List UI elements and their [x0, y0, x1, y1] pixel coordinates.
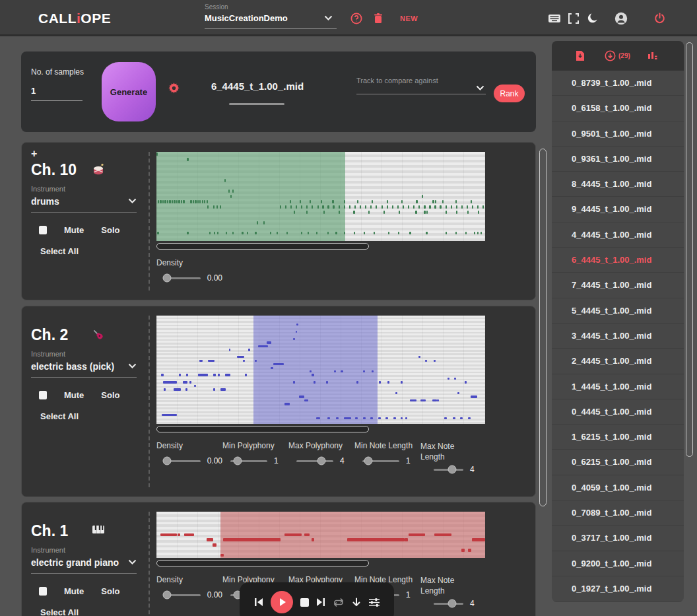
midi-note	[225, 374, 230, 376]
file-list-item[interactable]: 7_4445_t_1.00_.mid	[552, 273, 684, 298]
midi-note	[410, 399, 416, 401]
roll-scrollbar[interactable]	[156, 243, 369, 250]
midi-note	[294, 211, 295, 214]
compare-track-placeholder: Track to compare against	[356, 77, 486, 94]
roll-scrollbar[interactable]	[156, 560, 369, 566]
solo-button[interactable]: Solo	[101, 225, 119, 235]
stats-button[interactable]	[647, 51, 657, 61]
slider-thumb[interactable]	[317, 457, 326, 465]
new-session-button[interactable]: NEW	[400, 15, 418, 22]
solo-button[interactable]: Solo	[101, 390, 119, 400]
piano-roll[interactable]	[156, 512, 485, 558]
file-list-item[interactable]: 0_9501_t_1.00_.mid	[552, 121, 684, 147]
slider-thumb[interactable]	[162, 457, 171, 465]
main-scrollbar[interactable]	[539, 149, 547, 506]
add-channel-button[interactable]: +	[31, 149, 147, 160]
instrument-value: electric grand piano	[31, 557, 119, 568]
keyboard-toggle-button[interactable]	[548, 14, 561, 26]
mixer-button[interactable]	[368, 598, 380, 607]
file-list-item[interactable]: 1_4445_t_1.00_.mid	[552, 374, 684, 399]
session-select[interactable]: Session MusicCreationDemo	[205, 3, 337, 29]
download-track-button[interactable]	[352, 598, 361, 607]
file-list-item[interactable]: 9_4445_t_1.00_.mid	[552, 197, 684, 222]
slider-track[interactable]	[362, 460, 399, 462]
keyboard-icon	[548, 14, 561, 23]
slider-track[interactable]	[164, 460, 201, 462]
piano-roll[interactable]	[156, 316, 485, 424]
export-file-button[interactable]	[576, 50, 585, 61]
solo-button[interactable]: Solo	[101, 586, 119, 596]
slider-track[interactable]	[164, 277, 201, 279]
dark-mode-toggle[interactable]	[587, 13, 599, 26]
midi-note	[187, 158, 188, 161]
file-list-item[interactable]: 0_1927_t_1.00_.mid	[552, 576, 684, 601]
file-list-item[interactable]: 0_6215_t_1.00_.mid	[552, 450, 684, 475]
slider-track[interactable]	[434, 469, 463, 471]
generate-button[interactable]: Generate	[102, 62, 156, 121]
skip-to-start-button[interactable]	[254, 598, 263, 607]
play-button[interactable]	[271, 591, 293, 613]
help-button[interactable]	[350, 13, 362, 27]
skip-to-end-button[interactable]	[316, 598, 325, 607]
slider-thumb[interactable]	[234, 457, 242, 465]
generate-settings-button[interactable]	[168, 82, 180, 94]
rank-button[interactable]: Rank	[494, 85, 525, 102]
file-list-item[interactable]: 0_7089_t_1.00_.mid	[552, 500, 684, 526]
slider-track[interactable]	[296, 460, 333, 462]
file-list-item[interactable]: 0_9361_t_1.00_.mid	[552, 147, 684, 172]
slider-track[interactable]	[230, 460, 267, 462]
sidebar-scrollbar[interactable]	[686, 42, 693, 457]
midi-note	[344, 200, 345, 203]
slider-thumb[interactable]	[448, 465, 456, 474]
file-list-item[interactable]: 4_4445_t_1.00_.mid	[552, 222, 684, 248]
select-all-button[interactable]: Select All	[40, 607, 147, 616]
fullscreen-button[interactable]	[568, 13, 579, 26]
select-all-button[interactable]: Select All	[40, 246, 147, 256]
compare-track-select[interactable]: Track to compare against	[356, 77, 486, 94]
roll-scrollbar[interactable]	[156, 426, 369, 432]
midi-note	[209, 232, 211, 235]
slider-track[interactable]	[164, 594, 201, 596]
slider-thumb[interactable]	[162, 274, 171, 283]
stop-button[interactable]	[300, 598, 309, 607]
midi-note	[461, 549, 464, 552]
file-list-item[interactable]: 0_4445_t_1.00_.mid	[552, 399, 684, 425]
channel-checkbox[interactable]	[39, 226, 47, 234]
slider-thumb[interactable]	[162, 591, 171, 599]
instrument-select[interactable]: drums	[31, 195, 137, 213]
channel-checkbox[interactable]	[39, 391, 47, 399]
midi-note	[482, 205, 484, 209]
select-all-button[interactable]: Select All	[40, 411, 147, 421]
mute-button[interactable]: Mute	[64, 390, 84, 400]
slider-track[interactable]	[434, 603, 463, 605]
file-list-item[interactable]: 3_4445_t_1.00_.mid	[552, 324, 684, 349]
repeat-button[interactable]	[333, 598, 345, 607]
file-list-item[interactable]: 8_4445_t_1.00_.mid	[552, 172, 684, 197]
file-list-item[interactable]: 5_4445_t_1.00_.mid	[552, 298, 684, 324]
download-all-button[interactable]: (29)	[605, 50, 630, 61]
file-list-item[interactable]: 2_4445_t_1.00_.mid	[552, 349, 684, 374]
delete-session-button[interactable]	[374, 13, 383, 26]
file-list-item[interactable]: 0_9200_t_1.00_.mid	[552, 551, 684, 576]
header-bar: CALLiOPE Session MusicCreationDemo NEW	[0, 0, 697, 36]
file-list-item[interactable]: 0_6158_t_1.00_.mid	[552, 96, 684, 121]
mute-button[interactable]: Mute	[64, 586, 84, 596]
file-list-item[interactable]: 0_8739_t_1.00_.mid	[552, 71, 684, 96]
file-list-item[interactable]: 0_4059_t_1.00_.mid	[552, 475, 684, 500]
samples-input[interactable]: 1	[31, 86, 83, 101]
file-list-item[interactable]: 6_4445_t_1.00_.mid	[552, 248, 684, 273]
file-list-item[interactable]: 1_6215_t_1.00_.mid	[552, 425, 684, 450]
mixer-icon	[368, 598, 380, 607]
slider-thumb[interactable]	[448, 599, 456, 608]
piano-roll[interactable]	[156, 152, 485, 241]
account-button[interactable]	[614, 12, 628, 28]
mute-button[interactable]: Mute	[64, 225, 84, 235]
instrument-select[interactable]: electric grand piano	[31, 557, 137, 574]
slider-value: 0.00	[207, 590, 222, 599]
logout-button[interactable]	[654, 13, 665, 26]
slider-thumb[interactable]	[364, 457, 372, 465]
channel-checkbox[interactable]	[39, 587, 47, 596]
file-list-item[interactable]: 0_3717_t_1.00_.mid	[552, 526, 684, 551]
instrument-select[interactable]: electric bass (pick)	[31, 360, 137, 378]
midi-note	[415, 211, 416, 214]
